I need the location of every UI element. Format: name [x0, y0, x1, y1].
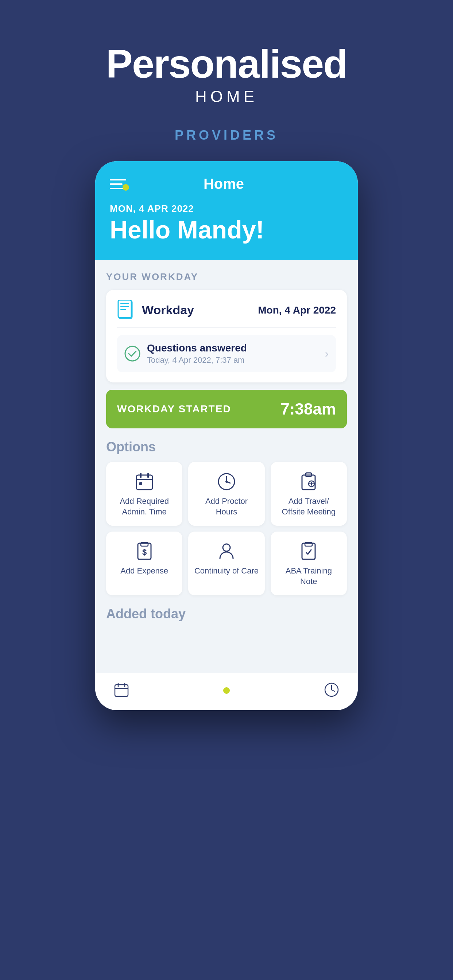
page-header: Personalised HOME [106, 44, 347, 106]
workday-section-header: YOUR WORKDAY [106, 271, 347, 283]
expense-icon: $ [135, 542, 154, 561]
options-section-header: Options [106, 439, 347, 455]
nav-title: Home [204, 176, 244, 192]
clipboard-travel-icon [299, 472, 318, 491]
option-travel-meeting[interactable]: Add Travel/ Offsite Meeting [271, 462, 347, 526]
calendar-admin-icon [135, 472, 154, 491]
option-expense[interactable]: $ Add Expense [106, 531, 182, 595]
bottom-nav-clock[interactable] [324, 682, 340, 699]
bottom-nav-center-dot[interactable] [223, 687, 230, 694]
greeting: Hello Mandy! [110, 217, 343, 242]
svg-rect-11 [147, 473, 149, 478]
bottom-nav-bar [95, 673, 358, 710]
menu-button[interactable] [110, 179, 126, 189]
qa-title: Questions answered [147, 342, 318, 354]
clock-nav-icon [324, 682, 340, 698]
workday-started-banner: WORKDAY STARTED 7:38am [106, 390, 347, 428]
workday-title-group: Workday [117, 300, 194, 320]
svg-rect-10 [140, 473, 142, 478]
phone-frame: Home MON, 4 APR 2022 Hello Mandy! YOUR W… [95, 161, 358, 710]
option-admin-time-label: Add Required Admin. Time [112, 496, 177, 517]
page-title: Personalised [106, 44, 347, 84]
option-continuity-care-label: Continuity of Care [195, 566, 258, 576]
svg-rect-28 [115, 685, 128, 696]
bottom-nav-calendar[interactable] [113, 682, 129, 699]
svg-point-25 [223, 544, 230, 551]
workday-label: Workday [142, 303, 194, 317]
workday-card: Workday Mon, 4 Apr 2022 Questions answer… [106, 290, 347, 382]
qa-item[interactable]: Questions answered Today, 4 Apr 2022, 7:… [117, 335, 336, 372]
options-grid: Add Required Admin. Time Add Proctor Hou… [106, 462, 347, 595]
phone-body: YOUR WORKDAY Workday [95, 260, 358, 673]
workday-date: Mon, 4 Apr 2022 [258, 304, 336, 316]
svg-rect-6 [120, 306, 129, 307]
option-proctor-hours-label: Add Proctor Hours [194, 496, 258, 517]
added-today-area [106, 629, 347, 658]
qa-subtitle: Today, 4 Apr 2022, 7:37 am [147, 355, 318, 365]
svg-point-8 [125, 346, 140, 361]
option-admin-time[interactable]: Add Required Admin. Time [106, 462, 182, 526]
banner-time: 7:38am [281, 400, 336, 418]
notification-dot [123, 184, 129, 191]
option-aba-training[interactable]: ABA Training Note [271, 531, 347, 595]
current-date: MON, 4 APR 2022 [110, 203, 343, 215]
option-expense-label: Add Expense [120, 566, 168, 576]
clock-proctor-icon [217, 472, 236, 491]
banner-label: WORKDAY STARTED [117, 403, 231, 415]
page-subtitle: HOME [106, 88, 347, 106]
svg-rect-9 [136, 475, 152, 490]
svg-rect-7 [120, 309, 126, 310]
phone-header: Home MON, 4 APR 2022 Hello Mandy! [95, 161, 358, 260]
check-circle-icon [124, 345, 140, 362]
svg-rect-13 [139, 482, 142, 485]
svg-text:$: $ [142, 547, 147, 557]
section-label: PROVIDERS [175, 127, 278, 143]
option-proctor-hours[interactable]: Add Proctor Hours [188, 462, 265, 526]
workday-card-header: Workday Mon, 4 Apr 2022 [117, 300, 336, 328]
nav-bar: Home [110, 176, 343, 192]
option-travel-label: Add Travel/ Offsite Meeting [276, 496, 341, 517]
svg-point-17 [225, 480, 228, 483]
aba-training-icon [299, 542, 318, 561]
svg-rect-26 [302, 543, 315, 559]
chevron-right-icon: › [325, 347, 329, 360]
workday-document-icon [117, 300, 135, 320]
calendar-nav-icon [113, 682, 129, 698]
option-continuity-care[interactable]: Continuity of Care [188, 531, 265, 595]
added-today-header: Added today [106, 606, 347, 622]
qa-content: Questions answered Today, 4 Apr 2022, 7:… [147, 342, 318, 365]
person-care-icon [217, 542, 236, 561]
svg-line-34 [332, 690, 335, 691]
option-aba-training-label: ABA Training Note [276, 566, 341, 587]
svg-rect-5 [120, 303, 129, 304]
